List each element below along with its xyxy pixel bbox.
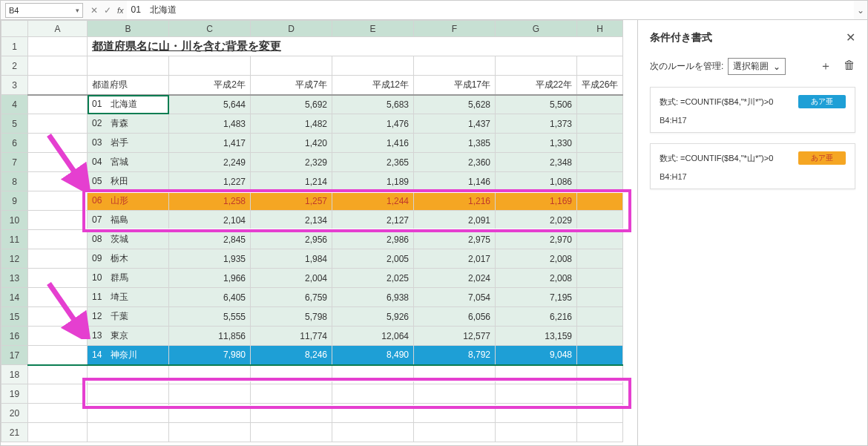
cell[interactable]: [28, 114, 88, 134]
cell[interactable]: [251, 404, 332, 423]
cell[interactable]: [88, 56, 169, 76]
cell[interactable]: [577, 211, 623, 230]
header-pref[interactable]: 都道府県: [88, 76, 169, 95]
cell[interactable]: [28, 95, 88, 114]
cell[interactable]: [28, 346, 88, 365]
value-cell[interactable]: 1,482: [251, 114, 332, 134]
pref-cell[interactable]: 02 青森: [88, 114, 169, 134]
pref-cell[interactable]: 13 東京: [88, 327, 169, 346]
row-header-7[interactable]: 7: [1, 153, 28, 172]
cell[interactable]: [88, 423, 169, 442]
value-cell[interactable]: 11,856: [169, 327, 251, 346]
cell[interactable]: [28, 134, 88, 153]
cell[interactable]: [496, 56, 577, 76]
rule-card[interactable]: 数式: =COUNTIF($B4,"*山*")>0 あア亜 B4:H17: [650, 143, 855, 189]
cell[interactable]: [88, 384, 169, 404]
value-cell[interactable]: 1,483: [169, 114, 251, 134]
value-cell[interactable]: 8,792: [414, 346, 496, 365]
pref-cell[interactable]: 11 埼玉: [88, 288, 169, 307]
pref-cell[interactable]: 09 栃木: [88, 249, 169, 269]
name-box[interactable]: B4 ▾: [5, 3, 83, 18]
value-cell[interactable]: 1,258: [169, 191, 251, 211]
row-header-21[interactable]: 21: [1, 423, 28, 442]
pref-cell[interactable]: 10 群馬: [88, 269, 169, 288]
value-cell[interactable]: 2,986: [332, 230, 414, 249]
cell[interactable]: [577, 346, 623, 365]
cell[interactable]: [577, 307, 623, 327]
value-cell[interactable]: 5,692: [251, 95, 332, 114]
row-header-14[interactable]: 14: [1, 288, 28, 307]
value-cell[interactable]: 2,975: [414, 230, 496, 249]
value-cell[interactable]: 2,025: [332, 269, 414, 288]
value-cell[interactable]: 1,385: [414, 134, 496, 153]
value-cell[interactable]: 1,146: [414, 172, 496, 191]
header-h7[interactable]: 平成7年: [251, 76, 332, 95]
value-cell[interactable]: 5,926: [332, 307, 414, 327]
fx-icon[interactable]: fx: [117, 6, 124, 15]
value-cell[interactable]: 6,216: [496, 307, 577, 327]
cell[interactable]: [577, 95, 623, 114]
value-cell[interactable]: 1,227: [169, 172, 251, 191]
cell[interactable]: [169, 423, 251, 442]
cell[interactable]: [577, 288, 623, 307]
pref-cell[interactable]: 04 宮城: [88, 153, 169, 172]
cell[interactable]: [28, 423, 88, 442]
cell[interactable]: [332, 365, 414, 384]
cell[interactable]: [88, 404, 169, 423]
value-cell[interactable]: 1,216: [414, 191, 496, 211]
value-cell[interactable]: 2,348: [496, 153, 577, 172]
header-h26[interactable]: 平成26年: [577, 76, 623, 95]
col-header-D[interactable]: D: [251, 21, 332, 37]
pref-cell[interactable]: 05 秋田: [88, 172, 169, 191]
cell[interactable]: [414, 56, 496, 76]
manage-rules-select[interactable]: 選択範囲 ⌄: [728, 58, 786, 75]
cell[interactable]: [577, 114, 623, 134]
cell[interactable]: [577, 153, 623, 172]
value-cell[interactable]: 7,195: [496, 288, 577, 307]
value-cell[interactable]: 1,417: [169, 134, 251, 153]
value-cell[interactable]: 1,330: [496, 134, 577, 153]
row-header-20[interactable]: 20: [1, 404, 28, 423]
cell[interactable]: [251, 423, 332, 442]
value-cell[interactable]: 1,966: [169, 269, 251, 288]
value-cell[interactable]: 2,091: [414, 211, 496, 230]
expand-formula-icon[interactable]: ⌄: [854, 5, 867, 16]
row-header-8[interactable]: 8: [1, 172, 28, 191]
cell[interactable]: [251, 56, 332, 76]
cell[interactable]: [28, 230, 88, 249]
header-h12[interactable]: 平成12年: [332, 76, 414, 95]
row-header-15[interactable]: 15: [1, 307, 28, 327]
value-cell[interactable]: 6,405: [169, 288, 251, 307]
col-header-C[interactable]: C: [169, 21, 251, 37]
value-cell[interactable]: 11,774: [251, 327, 332, 346]
cell[interactable]: [577, 269, 623, 288]
value-cell[interactable]: 6,938: [332, 288, 414, 307]
col-header-A[interactable]: A: [28, 21, 88, 37]
row-header-18[interactable]: 18: [1, 365, 28, 384]
cell[interactable]: [169, 365, 251, 384]
cell[interactable]: [332, 404, 414, 423]
confirm-formula-button[interactable]: ✓: [101, 5, 114, 16]
cell[interactable]: [414, 404, 496, 423]
formula-input[interactable]: 01 北海道: [127, 1, 854, 19]
value-cell[interactable]: 12,064: [332, 327, 414, 346]
value-cell[interactable]: 2,249: [169, 153, 251, 172]
value-cell[interactable]: 6,759: [251, 288, 332, 307]
cell[interactable]: [414, 384, 496, 404]
cell[interactable]: [28, 172, 88, 191]
header-h17[interactable]: 平成17年: [414, 76, 496, 95]
pref-cell[interactable]: 12 千葉: [88, 307, 169, 327]
cancel-formula-button[interactable]: ✕: [88, 5, 101, 16]
value-cell[interactable]: 1,169: [496, 191, 577, 211]
value-cell[interactable]: 2,024: [414, 269, 496, 288]
cell[interactable]: [28, 288, 88, 307]
value-cell[interactable]: 1,189: [332, 172, 414, 191]
value-cell[interactable]: 1,984: [251, 249, 332, 269]
pref-cell[interactable]: 07 福島: [88, 211, 169, 230]
row-header-4[interactable]: 4: [1, 95, 28, 114]
cell[interactable]: [496, 423, 577, 442]
cell[interactable]: [577, 365, 623, 384]
cell[interactable]: [414, 365, 496, 384]
value-cell[interactable]: 2,956: [251, 230, 332, 249]
value-cell[interactable]: 5,506: [496, 95, 577, 114]
